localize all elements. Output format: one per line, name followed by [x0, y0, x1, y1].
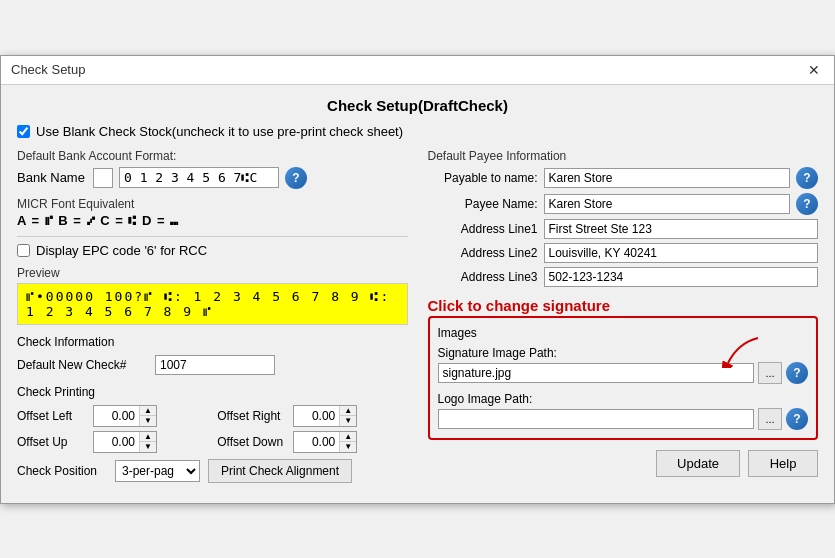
default-check-row: Default New Check# — [17, 355, 408, 375]
printing-grid: Offset Left ▲ ▼ Offset Right — [17, 405, 408, 453]
bank-account-format-label: Default Bank Account Format: — [17, 149, 408, 163]
payee-name-input[interactable] — [544, 194, 791, 214]
use-blank-check-row: Use Blank Check Stock(uncheck it to use … — [17, 124, 818, 139]
payee-info-section: Default Payee Information Payable to nam… — [428, 149, 819, 287]
payable-to-input[interactable] — [544, 168, 791, 188]
offset-left-label: Offset Left — [17, 409, 87, 423]
bank-name-label: Bank Name — [17, 170, 87, 185]
divider1 — [17, 236, 408, 237]
preview-section: Preview ⑈•00000 100?⑈ ⑆: 1 2 3 4 5 6 7 8… — [17, 266, 408, 325]
offset-down-spinner: ▲ ▼ — [293, 431, 357, 453]
use-blank-check-checkbox[interactable] — [17, 125, 30, 138]
address1-label: Address Line1 — [428, 222, 538, 236]
offset-right-row: Offset Right ▲ ▼ — [217, 405, 407, 427]
offset-right-down-arrow[interactable]: ▼ — [340, 416, 356, 426]
update-button[interactable]: Update — [656, 450, 740, 477]
offset-left-up-arrow[interactable]: ▲ — [140, 406, 156, 416]
bottom-buttons: Update Help — [428, 450, 819, 477]
address2-input[interactable] — [544, 243, 819, 263]
offset-down-input[interactable] — [294, 432, 339, 452]
logo-image-input[interactable] — [438, 409, 755, 429]
preview-text: ⑈•00000 100?⑈ ⑆: 1 2 3 4 5 6 7 8 9 ⑆: 1 … — [26, 289, 399, 319]
check-position-label: Check Position — [17, 464, 107, 478]
sig-info-button[interactable]: ? — [786, 362, 808, 384]
offset-left-row: Offset Left ▲ ▼ — [17, 405, 207, 427]
bank-name-info-button[interactable]: ? — [285, 167, 307, 189]
main-columns: Default Bank Account Format: Bank Name 0… — [17, 149, 818, 489]
micr-account-input[interactable]: 0 1 2 3 4 5 6 7 ⑆ C — [119, 167, 279, 188]
payable-to-info-button[interactable]: ? — [796, 167, 818, 189]
offset-left-input[interactable] — [94, 406, 139, 426]
use-blank-check-label: Use Blank Check Stock(uncheck it to use … — [36, 124, 403, 139]
address1-row: Address Line1 — [428, 219, 819, 239]
logo-image-container: Logo Image Path: ... ? — [438, 392, 809, 430]
help-button[interactable]: Help — [748, 450, 818, 477]
left-column: Default Bank Account Format: Bank Name 0… — [17, 149, 408, 489]
check-info-label: Check Information — [17, 335, 408, 349]
epc-label: Display EPC code '6' for RCC — [36, 243, 207, 258]
close-button[interactable]: ✕ — [804, 62, 824, 78]
offset-right-input[interactable] — [294, 406, 339, 426]
logo-image-input-row: ... ? — [438, 408, 809, 430]
offset-up-row: Offset Up ▲ ▼ — [17, 431, 207, 453]
address3-row: Address Line3 — [428, 267, 819, 287]
check-printing-section: Check Printing Offset Left ▲ ▼ — [17, 385, 408, 483]
micr-chars-display: A = ⑈ B = ⑇ C = ⑆ D = ⑉ — [17, 213, 408, 228]
address3-input[interactable] — [544, 267, 819, 287]
offset-up-label: Offset Up — [17, 435, 87, 449]
payee-name-label: Payee Name: — [428, 197, 538, 211]
logo-image-label: Logo Image Path: — [438, 392, 809, 406]
content-area: Check Setup(DraftCheck) Use Blank Check … — [1, 85, 834, 503]
window: Check Setup ✕ Check Setup(DraftCheck) Us… — [0, 55, 835, 504]
titlebar: Check Setup ✕ — [1, 56, 834, 85]
preview-label: Preview — [17, 266, 408, 280]
address1-input[interactable] — [544, 219, 819, 239]
offset-down-arrow-down[interactable]: ▼ — [340, 442, 356, 452]
offset-up-spinner: ▲ ▼ — [93, 431, 157, 453]
dialog-title: Check Setup(DraftCheck) — [17, 97, 818, 114]
offset-left-spinner: ▲ ▼ — [93, 405, 157, 427]
check-position-row: Check Position 3-per-pag 1-per-page 2-pe… — [17, 459, 408, 483]
offset-right-up-arrow[interactable]: ▲ — [340, 406, 356, 416]
epc-row: Display EPC code '6' for RCC — [17, 243, 408, 258]
offset-up-arrow-down[interactable]: ▼ — [140, 442, 156, 452]
arrow-annotation — [708, 333, 768, 368]
offset-down-arrows: ▲ ▼ — [339, 432, 356, 452]
payee-name-row: Payee Name: ? — [428, 193, 819, 215]
right-column: Default Payee Information Payable to nam… — [428, 149, 819, 489]
default-check-label: Default New Check# — [17, 358, 147, 372]
sig-image-input[interactable] — [438, 363, 755, 383]
bank-color-swatch — [93, 168, 113, 188]
default-check-input[interactable] — [155, 355, 275, 375]
epc-checkbox[interactable] — [17, 244, 30, 257]
address3-label: Address Line3 — [428, 270, 538, 284]
check-printing-label: Check Printing — [17, 385, 408, 399]
logo-info-button[interactable]: ? — [786, 408, 808, 430]
check-position-select[interactable]: 3-per-pag 1-per-page 2-per-page — [115, 460, 200, 482]
offset-left-arrows: ▲ ▼ — [139, 406, 156, 426]
payable-to-row: Payable to name: ? — [428, 167, 819, 189]
offset-right-spinner: ▲ ▼ — [293, 405, 357, 427]
address2-label: Address Line2 — [428, 246, 538, 260]
offset-down-arrow-up[interactable]: ▲ — [340, 432, 356, 442]
offset-right-label: Offset Right — [217, 409, 287, 423]
logo-browse-button[interactable]: ... — [758, 408, 782, 430]
payable-to-label: Payable to name: — [428, 171, 538, 185]
offset-up-arrows: ▲ ▼ — [139, 432, 156, 452]
bank-name-row: Bank Name 0 1 2 3 4 5 6 7 ⑆ C ? — [17, 167, 408, 189]
print-alignment-button[interactable]: Print Check Alignment — [208, 459, 352, 483]
preview-bar: ⑈•00000 100?⑈ ⑆: 1 2 3 4 5 6 7 8 9 ⑆: 1 … — [17, 283, 408, 325]
micr-font-label: MICR Font Equivalent — [17, 197, 408, 211]
offset-left-down-arrow[interactable]: ▼ — [140, 416, 156, 426]
window-title: Check Setup — [11, 62, 85, 77]
offset-down-row: Offset Down ▲ ▼ — [217, 431, 407, 453]
address2-row: Address Line2 — [428, 243, 819, 263]
payee-info-label: Default Payee Information — [428, 149, 819, 163]
click-signature-text: Click to change signature — [428, 297, 819, 314]
check-info-section: Check Information Default New Check# — [17, 335, 408, 375]
payee-name-info-button[interactable]: ? — [796, 193, 818, 215]
offset-right-arrows: ▲ ▼ — [339, 406, 356, 426]
offset-down-label: Offset Down — [217, 435, 287, 449]
offset-up-arrow-up[interactable]: ▲ — [140, 432, 156, 442]
offset-up-input[interactable] — [94, 432, 139, 452]
